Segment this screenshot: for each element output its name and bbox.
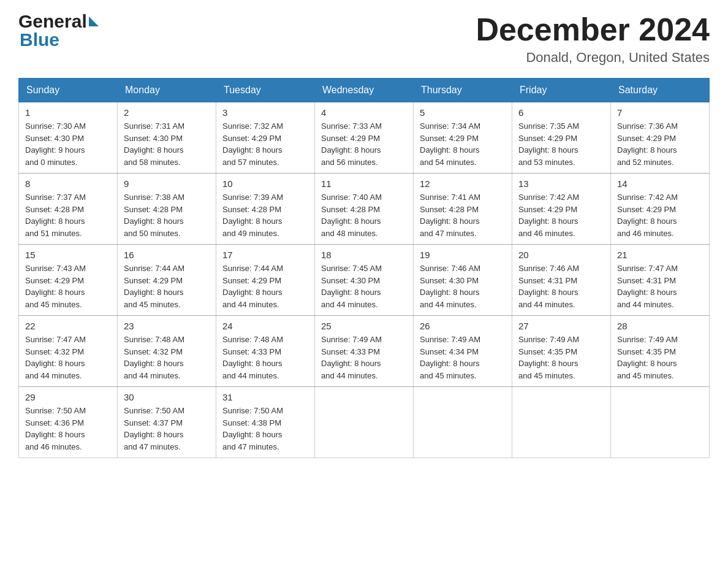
day-number: 5 [420, 107, 506, 118]
day-info: Sunrise: 7:44 AMSunset: 4:29 PMDaylight:… [124, 262, 210, 310]
logo-general-text: General [18, 12, 87, 31]
day-number: 9 [124, 178, 210, 189]
day-info: Sunrise: 7:35 AMSunset: 4:29 PMDaylight:… [518, 120, 604, 168]
day-number: 27 [518, 321, 604, 331]
title-block: December 2024 Donald, Oregon, United Sta… [476, 12, 710, 66]
calendar-day-cell: 20 Sunrise: 7:46 AMSunset: 4:31 PMDaylig… [512, 245, 611, 316]
calendar-day-cell: 10 Sunrise: 7:39 AMSunset: 4:28 PMDaylig… [216, 174, 315, 245]
day-info: Sunrise: 7:46 AMSunset: 4:31 PMDaylight:… [518, 262, 604, 310]
day-info: Sunrise: 7:50 AMSunset: 4:37 PMDaylight:… [124, 405, 210, 453]
day-number: 7 [617, 107, 703, 118]
day-info: Sunrise: 7:40 AMSunset: 4:28 PMDaylight:… [321, 191, 407, 239]
calendar-week-row: 8 Sunrise: 7:37 AMSunset: 4:28 PMDayligh… [19, 174, 710, 245]
day-info: Sunrise: 7:42 AMSunset: 4:29 PMDaylight:… [617, 191, 703, 239]
page-header: General Blue December 2024 Donald, Orego… [18, 12, 710, 66]
logo-arrow-icon [89, 17, 99, 26]
calendar-day-cell [611, 387, 710, 458]
day-number: 23 [124, 321, 210, 331]
day-info: Sunrise: 7:42 AMSunset: 4:29 PMDaylight:… [518, 191, 604, 239]
calendar-day-cell: 21 Sunrise: 7:47 AMSunset: 4:31 PMDaylig… [611, 245, 710, 316]
day-info: Sunrise: 7:50 AMSunset: 4:36 PMDaylight:… [25, 405, 111, 453]
day-number: 28 [617, 321, 703, 331]
calendar-day-cell: 31 Sunrise: 7:50 AMSunset: 4:38 PMDaylig… [216, 387, 315, 458]
day-info: Sunrise: 7:49 AMSunset: 4:35 PMDaylight:… [617, 334, 703, 381]
calendar-day-cell: 6 Sunrise: 7:35 AMSunset: 4:29 PMDayligh… [512, 102, 611, 174]
calendar-day-cell [414, 387, 512, 458]
day-info: Sunrise: 7:39 AMSunset: 4:28 PMDaylight:… [222, 191, 308, 239]
calendar-day-cell: 9 Sunrise: 7:38 AMSunset: 4:28 PMDayligh… [118, 174, 216, 245]
calendar-day-cell [512, 387, 611, 458]
calendar-day-cell: 8 Sunrise: 7:37 AMSunset: 4:28 PMDayligh… [19, 174, 118, 245]
day-number: 17 [222, 250, 308, 260]
day-number: 29 [25, 392, 111, 402]
calendar-header-wednesday: Wednesday [315, 79, 414, 102]
day-number: 18 [321, 250, 407, 260]
calendar-day-cell: 4 Sunrise: 7:33 AMSunset: 4:29 PMDayligh… [315, 102, 414, 174]
calendar-day-cell: 25 Sunrise: 7:49 AMSunset: 4:33 PMDaylig… [315, 316, 414, 387]
day-number: 19 [420, 250, 506, 260]
day-number: 2 [124, 107, 210, 118]
calendar-day-cell: 5 Sunrise: 7:34 AMSunset: 4:29 PMDayligh… [414, 102, 512, 174]
day-info: Sunrise: 7:49 AMSunset: 4:33 PMDaylight:… [321, 334, 407, 381]
day-number: 10 [222, 178, 308, 189]
day-number: 26 [420, 321, 506, 331]
calendar-day-cell: 28 Sunrise: 7:49 AMSunset: 4:35 PMDaylig… [611, 316, 710, 387]
location-subtitle: Donald, Oregon, United States [476, 50, 710, 66]
calendar-day-cell: 29 Sunrise: 7:50 AMSunset: 4:36 PMDaylig… [19, 387, 118, 458]
day-number: 15 [25, 250, 111, 260]
day-info: Sunrise: 7:43 AMSunset: 4:29 PMDaylight:… [25, 262, 111, 310]
day-info: Sunrise: 7:44 AMSunset: 4:29 PMDaylight:… [222, 262, 308, 310]
calendar-day-cell: 22 Sunrise: 7:47 AMSunset: 4:32 PMDaylig… [19, 316, 118, 387]
calendar-day-cell: 12 Sunrise: 7:41 AMSunset: 4:28 PMDaylig… [414, 174, 512, 245]
day-info: Sunrise: 7:36 AMSunset: 4:29 PMDaylight:… [617, 120, 703, 168]
calendar-header-saturday: Saturday [611, 79, 710, 102]
calendar-table: SundayMondayTuesdayWednesdayThursdayFrid… [18, 78, 710, 458]
day-info: Sunrise: 7:50 AMSunset: 4:38 PMDaylight:… [222, 405, 308, 453]
day-info: Sunrise: 7:30 AMSunset: 4:30 PMDaylight:… [25, 120, 111, 168]
calendar-day-cell: 19 Sunrise: 7:46 AMSunset: 4:30 PMDaylig… [414, 245, 512, 316]
day-info: Sunrise: 7:48 AMSunset: 4:32 PMDaylight:… [124, 334, 210, 381]
day-number: 20 [518, 250, 604, 260]
day-info: Sunrise: 7:33 AMSunset: 4:29 PMDaylight:… [321, 120, 407, 168]
calendar-day-cell: 17 Sunrise: 7:44 AMSunset: 4:29 PMDaylig… [216, 245, 315, 316]
calendar-day-cell: 26 Sunrise: 7:49 AMSunset: 4:34 PMDaylig… [414, 316, 512, 387]
day-number: 21 [617, 250, 703, 260]
calendar-week-row: 29 Sunrise: 7:50 AMSunset: 4:36 PMDaylig… [19, 387, 710, 458]
day-info: Sunrise: 7:32 AMSunset: 4:29 PMDaylight:… [222, 120, 308, 168]
calendar-day-cell: 27 Sunrise: 7:49 AMSunset: 4:35 PMDaylig… [512, 316, 611, 387]
day-info: Sunrise: 7:41 AMSunset: 4:28 PMDaylight:… [420, 191, 506, 239]
day-number: 6 [518, 107, 604, 118]
calendar-day-cell: 15 Sunrise: 7:43 AMSunset: 4:29 PMDaylig… [19, 245, 118, 316]
day-number: 31 [222, 392, 308, 402]
calendar-day-cell: 30 Sunrise: 7:50 AMSunset: 4:37 PMDaylig… [118, 387, 216, 458]
day-info: Sunrise: 7:46 AMSunset: 4:30 PMDaylight:… [420, 262, 506, 310]
month-title: December 2024 [476, 12, 710, 47]
day-number: 16 [124, 250, 210, 260]
day-number: 1 [25, 107, 111, 118]
day-number: 8 [25, 178, 111, 189]
day-info: Sunrise: 7:47 AMSunset: 4:32 PMDaylight:… [25, 334, 111, 381]
calendar-day-cell: 2 Sunrise: 7:31 AMSunset: 4:30 PMDayligh… [118, 102, 216, 174]
calendar-day-cell: 14 Sunrise: 7:42 AMSunset: 4:29 PMDaylig… [611, 174, 710, 245]
calendar-header-thursday: Thursday [414, 79, 512, 102]
calendar-day-cell: 24 Sunrise: 7:48 AMSunset: 4:33 PMDaylig… [216, 316, 315, 387]
calendar-day-cell: 13 Sunrise: 7:42 AMSunset: 4:29 PMDaylig… [512, 174, 611, 245]
day-info: Sunrise: 7:48 AMSunset: 4:33 PMDaylight:… [222, 334, 308, 381]
calendar-day-cell: 3 Sunrise: 7:32 AMSunset: 4:29 PMDayligh… [216, 102, 315, 174]
day-number: 12 [420, 178, 506, 189]
day-info: Sunrise: 7:45 AMSunset: 4:30 PMDaylight:… [321, 262, 407, 310]
day-number: 25 [321, 321, 407, 331]
calendar-header-row: SundayMondayTuesdayWednesdayThursdayFrid… [19, 79, 710, 102]
calendar-header-sunday: Sunday [19, 79, 118, 102]
day-number: 30 [124, 392, 210, 402]
day-info: Sunrise: 7:31 AMSunset: 4:30 PMDaylight:… [124, 120, 210, 168]
calendar-day-cell: 7 Sunrise: 7:36 AMSunset: 4:29 PMDayligh… [611, 102, 710, 174]
calendar-header-friday: Friday [512, 79, 611, 102]
calendar-header-tuesday: Tuesday [216, 79, 315, 102]
calendar-week-row: 15 Sunrise: 7:43 AMSunset: 4:29 PMDaylig… [19, 245, 710, 316]
day-number: 3 [222, 107, 308, 118]
day-info: Sunrise: 7:49 AMSunset: 4:35 PMDaylight:… [518, 334, 604, 381]
calendar-header-monday: Monday [118, 79, 216, 102]
day-info: Sunrise: 7:38 AMSunset: 4:28 PMDaylight:… [124, 191, 210, 239]
calendar-week-row: 1 Sunrise: 7:30 AMSunset: 4:30 PMDayligh… [19, 102, 710, 174]
